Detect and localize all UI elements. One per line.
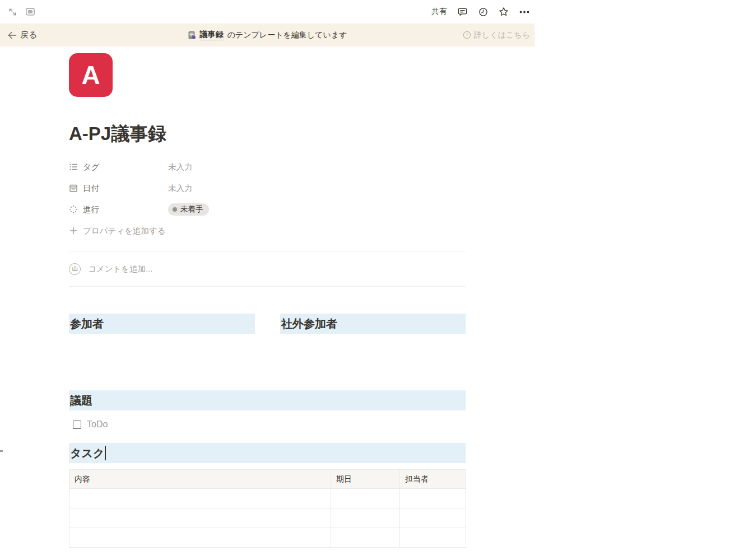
calendar-icon: [69, 184, 78, 193]
task-table-header-content[interactable]: 内容: [69, 470, 331, 489]
todo-checkbox[interactable]: [73, 421, 81, 429]
banner-message: 議事録 のテンプレートを編集しています: [188, 30, 347, 40]
task-cell[interactable]: [69, 508, 331, 528]
add-comment-input[interactable]: コメントを追加...: [88, 264, 152, 274]
share-button[interactable]: 共有: [431, 7, 447, 17]
status-badge-label: 未着手: [180, 204, 203, 214]
help-circle-icon: ?: [463, 31, 471, 39]
task-table-header-assignee[interactable]: 担当者: [400, 470, 466, 489]
task-table-row: [69, 489, 466, 508]
plus-icon: [69, 226, 78, 235]
property-tag-label: タグ: [83, 162, 100, 172]
back-button[interactable]: 戻る: [8, 30, 37, 40]
property-row-tag: タグ 未入力: [69, 156, 466, 178]
topbar-right: 共有: [431, 0, 530, 24]
page-title[interactable]: A-PJ議事録: [69, 123, 466, 145]
todo-item: ToDo: [69, 416, 466, 433]
task-table-header-row: 内容 期日 担当者: [69, 470, 466, 489]
property-status-label: 進行: [83, 204, 99, 215]
status-icon: [69, 205, 78, 214]
property-list: タグ 未入力 日付 未入力: [69, 156, 466, 241]
task-table-row: [69, 508, 466, 528]
back-label: 戻る: [20, 30, 37, 40]
status-badge[interactable]: 未着手: [168, 203, 209, 216]
heading-participants[interactable]: 参加者: [69, 314, 255, 334]
template-edit-banner: 戻る 議事録 のテンプレートを編集しています ? 詳しくはこちら: [0, 24, 534, 46]
participant-columns: 参加者 社外参加者: [69, 314, 466, 334]
help-label: 詳しくはこちら: [474, 30, 530, 40]
divider: [69, 286, 466, 287]
text-caret: [105, 446, 106, 460]
heading-external-participants[interactable]: 社外参加者: [280, 314, 466, 334]
task-cell[interactable]: [400, 528, 466, 548]
property-row-status: 進行 未着手: [69, 199, 466, 220]
expand-diagonal-icon[interactable]: [7, 6, 18, 17]
status-dot-icon: [173, 207, 177, 212]
task-cell[interactable]: [69, 528, 331, 548]
updates-clock-icon[interactable]: [477, 6, 489, 17]
comment-row[interactable]: 山 コメントを追加...: [69, 251, 466, 286]
todo-placeholder[interactable]: ToDo: [87, 419, 108, 430]
property-status[interactable]: 進行: [69, 204, 168, 215]
topbar-left: [7, 0, 36, 24]
help-link[interactable]: ? 詳しくはこちら: [463, 30, 530, 40]
task-cell[interactable]: [400, 489, 466, 508]
property-date-value[interactable]: 未入力: [168, 183, 193, 194]
task-cell[interactable]: [331, 528, 400, 548]
task-table: 内容 期日 担当者: [69, 469, 466, 548]
user-avatar: 山: [69, 263, 81, 275]
task-table-row: [69, 528, 466, 548]
heading-tasks-label: タスク: [70, 446, 104, 461]
back-arrow-icon: [8, 31, 17, 39]
side-peek-icon[interactable]: [25, 6, 36, 17]
property-row-date: 日付 未入力: [69, 178, 466, 199]
task-cell[interactable]: [331, 489, 400, 508]
template-doc-link[interactable]: 議事録: [200, 30, 224, 40]
topbar: 共有: [0, 0, 534, 24]
list-icon: [69, 162, 78, 171]
template-doc-icon: [188, 31, 196, 40]
favorite-star-icon[interactable]: [498, 6, 509, 17]
comments-icon[interactable]: [457, 6, 468, 17]
page-icon[interactable]: A: [69, 53, 113, 97]
property-date-label: 日付: [83, 183, 99, 194]
banner-message-suffix: のテンプレートを編集しています: [227, 30, 347, 40]
property-date[interactable]: 日付: [69, 183, 168, 194]
add-property-button[interactable]: プロパティを追加する: [69, 220, 466, 241]
more-options-icon[interactable]: [519, 6, 530, 17]
task-table-header-due[interactable]: 期日: [331, 470, 400, 489]
notion-window: 共有: [0, 0, 534, 560]
task-cell[interactable]: [69, 489, 331, 508]
left-edge-tick: [0, 450, 3, 452]
heading-tasks[interactable]: タスク: [69, 443, 466, 463]
heading-agenda[interactable]: 議題: [69, 390, 466, 410]
task-cell[interactable]: [331, 508, 400, 528]
property-tag-value[interactable]: 未入力: [168, 162, 193, 172]
property-tag[interactable]: タグ: [69, 162, 168, 172]
add-property-label: プロパティを追加する: [83, 226, 166, 236]
task-cell[interactable]: [400, 508, 466, 528]
svg-text:?: ?: [466, 32, 468, 38]
page-content: A A-PJ議事録 タグ 未入力: [69, 46, 466, 548]
